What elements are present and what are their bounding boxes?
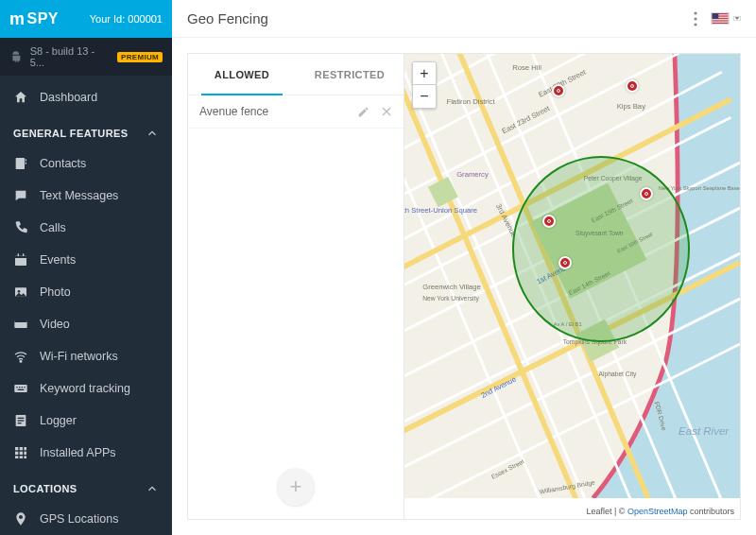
topbar: Geo Fencing bbox=[172, 0, 756, 38]
sidebar: mSPY Your Id: 000001 S8 - build 13 - 5..… bbox=[0, 0, 172, 535]
svg-rect-12 bbox=[14, 385, 26, 392]
page-title: Geo Fencing bbox=[187, 10, 268, 26]
nav-apps[interactable]: Installed APPs bbox=[0, 437, 172, 469]
svg-rect-16 bbox=[24, 387, 25, 388]
map-pin[interactable] bbox=[640, 187, 653, 200]
map-attribution: Leaflet | © OpenStreetMap contributors bbox=[582, 506, 738, 517]
fence-name: Avenue fence bbox=[199, 105, 268, 118]
svg-rect-10 bbox=[14, 320, 26, 322]
svg-point-35 bbox=[694, 23, 696, 26]
brand-bar: mSPY Your Id: 000001 bbox=[0, 0, 172, 38]
add-fence-button[interactable]: + bbox=[277, 468, 315, 506]
nav-label: GPS Locations bbox=[40, 512, 118, 526]
wifi-icon bbox=[13, 349, 28, 364]
svg-point-34 bbox=[694, 17, 696, 20]
nav: Dashboard GENERAL FEATURES Contacts Text… bbox=[0, 76, 172, 535]
nav-label: Photo bbox=[40, 285, 71, 299]
nav-video[interactable]: Video bbox=[0, 308, 172, 340]
nav-wifi[interactable]: Wi-Fi networks bbox=[0, 340, 172, 372]
zoom-out-button[interactable]: − bbox=[413, 85, 436, 108]
logger-icon bbox=[13, 413, 28, 428]
apps-icon bbox=[13, 445, 28, 460]
fence-tabs: ALLOWED RESTRICTED bbox=[188, 54, 404, 95]
device-selector[interactable]: S8 - build 13 - 5... PREMIUM bbox=[0, 38, 172, 76]
nav-gps[interactable]: GPS Locations bbox=[0, 503, 172, 535]
nav-contacts[interactable]: Contacts bbox=[0, 147, 172, 180]
tab-allowed[interactable]: ALLOWED bbox=[188, 54, 296, 95]
nav-section-general[interactable]: GENERAL FEATURES bbox=[0, 113, 172, 147]
svg-rect-23 bbox=[20, 447, 23, 450]
zoom-in-button[interactable]: + bbox=[413, 62, 436, 85]
svg-point-8 bbox=[18, 290, 21, 293]
flag-us-icon bbox=[711, 12, 730, 25]
svg-text:New York Skyport Seaplane Base: New York Skyport Seaplane Base bbox=[659, 185, 740, 191]
android-icon bbox=[9, 50, 23, 63]
nav-text-messages[interactable]: Text Messages bbox=[0, 180, 172, 212]
edit-icon[interactable] bbox=[357, 106, 369, 118]
more-icon[interactable] bbox=[694, 11, 697, 26]
svg-rect-20 bbox=[18, 420, 25, 421]
nav-events[interactable]: Events bbox=[0, 244, 172, 276]
svg-rect-24 bbox=[24, 447, 26, 450]
chevron-up-icon bbox=[146, 127, 159, 140]
svg-rect-1 bbox=[26, 159, 26, 161]
user-id: Your Id: 000001 bbox=[90, 13, 163, 25]
svg-rect-6 bbox=[23, 253, 24, 256]
nav-label: Wi-Fi networks bbox=[40, 350, 118, 363]
svg-rect-40 bbox=[713, 19, 729, 20]
call-icon bbox=[13, 220, 28, 235]
svg-rect-22 bbox=[15, 447, 18, 450]
keyboard-icon bbox=[13, 381, 28, 396]
nav-label: Events bbox=[40, 253, 76, 267]
svg-rect-27 bbox=[24, 452, 26, 455]
svg-rect-15 bbox=[22, 387, 23, 388]
svg-text:Rose Hill: Rose Hill bbox=[512, 63, 541, 72]
nav-dashboard[interactable]: Dashboard bbox=[0, 81, 172, 113]
nav-label: Video bbox=[40, 318, 70, 331]
svg-point-33 bbox=[694, 11, 696, 14]
svg-text:Kips Bay: Kips Bay bbox=[617, 102, 645, 111]
language-selector[interactable] bbox=[711, 12, 741, 25]
photo-icon bbox=[13, 285, 28, 300]
map-pin[interactable] bbox=[552, 84, 565, 97]
svg-text:East River: East River bbox=[679, 425, 730, 437]
map-pin[interactable] bbox=[626, 79, 639, 93]
nav-label: Calls bbox=[40, 221, 66, 234]
fence-row[interactable]: Avenue fence bbox=[188, 95, 404, 129]
video-icon bbox=[13, 317, 28, 332]
nav-logger[interactable]: Logger bbox=[0, 405, 172, 437]
nav-label: Text Messages bbox=[40, 189, 118, 202]
svg-text:New York University: New York University bbox=[422, 295, 479, 302]
geofence-circle[interactable] bbox=[512, 156, 690, 342]
svg-rect-26 bbox=[20, 452, 23, 455]
home-icon bbox=[13, 90, 28, 105]
svg-rect-17 bbox=[18, 389, 25, 390]
svg-rect-30 bbox=[24, 456, 26, 458]
svg-text:14th Street-Union Square: 14th Street-Union Square bbox=[404, 206, 477, 215]
osm-link[interactable]: OpenStreetMap bbox=[627, 507, 688, 516]
svg-rect-4 bbox=[15, 255, 26, 258]
svg-rect-14 bbox=[19, 387, 20, 388]
nav-photo[interactable]: Photo bbox=[0, 276, 172, 308]
gps-icon bbox=[13, 511, 28, 526]
svg-text:Gramercy: Gramercy bbox=[456, 170, 489, 179]
calendar-icon bbox=[13, 252, 28, 268]
nav-label: Dashboard bbox=[40, 91, 97, 104]
device-name: S8 - build 13 - 5... bbox=[30, 45, 110, 68]
svg-rect-42 bbox=[713, 22, 729, 23]
nav-section-title: LOCATIONS bbox=[13, 483, 77, 494]
map-pin[interactable] bbox=[542, 215, 556, 228]
chevron-down-icon bbox=[733, 16, 741, 21]
nav-keyword[interactable]: Keyword tracking bbox=[0, 372, 172, 405]
svg-text:Greenwich Village: Greenwich Village bbox=[422, 283, 481, 291]
premium-badge: PREMIUM bbox=[117, 52, 163, 62]
svg-rect-0 bbox=[16, 158, 25, 169]
map[interactable]: Rose Hill East 28th Street Flatiron Dist… bbox=[404, 53, 741, 520]
tab-restricted[interactable]: RESTRICTED bbox=[296, 54, 404, 95]
close-icon[interactable] bbox=[381, 106, 392, 118]
nav-calls[interactable]: Calls bbox=[0, 212, 172, 244]
map-pin[interactable] bbox=[558, 256, 572, 269]
fence-panel: ALLOWED RESTRICTED Avenue fence + bbox=[187, 53, 404, 520]
svg-point-11 bbox=[20, 360, 22, 362]
nav-section-locations[interactable]: LOCATIONS bbox=[0, 469, 172, 503]
